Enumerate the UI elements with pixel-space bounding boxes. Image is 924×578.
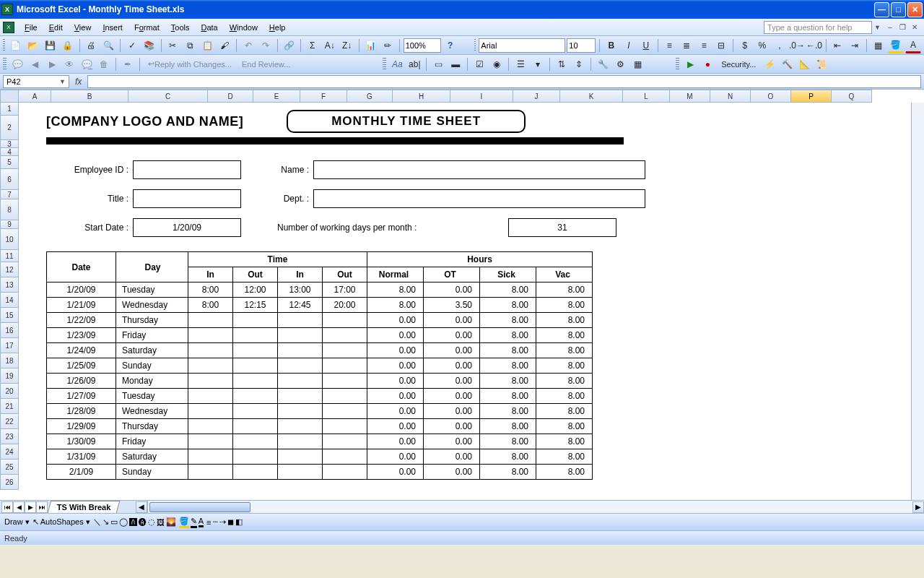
cell[interactable]: 1/21/09 <box>47 298 116 313</box>
line-color-icon[interactable]: ✎ <box>191 517 197 528</box>
redo-icon[interactable]: ↷ <box>258 38 274 53</box>
cell[interactable] <box>323 313 367 328</box>
row-header-10[interactable]: 10 <box>0 229 19 250</box>
rectangle-icon[interactable]: ▭ <box>110 517 118 527</box>
cell[interactable] <box>188 328 233 343</box>
show-all-comments-icon[interactable]: 💬̲ <box>79 56 95 72</box>
cell[interactable]: 1/26/09 <box>47 374 116 389</box>
cell[interactable]: 17:00 <box>323 282 367 298</box>
cell[interactable]: 8:00 <box>188 282 233 298</box>
cell[interactable] <box>278 313 323 328</box>
row-header-18[interactable]: 18 <box>0 353 19 368</box>
cell[interactable] <box>233 313 278 328</box>
sheet-tab-active[interactable]: TS With Break <box>48 501 121 513</box>
cell[interactable]: 0.00 <box>424 434 480 449</box>
bold-icon[interactable]: B <box>603 38 619 53</box>
save-icon[interactable]: 💾 <box>43 38 58 53</box>
cell[interactable]: 0.00 <box>424 465 480 480</box>
scrollbar-control-icon[interactable]: ⇅ <box>554 56 570 72</box>
cell[interactable]: Monday <box>116 374 188 389</box>
cell[interactable] <box>188 389 233 404</box>
prev-comment-icon[interactable]: ◀ <box>27 56 43 72</box>
title-field[interactable] <box>133 189 241 208</box>
workdays-field[interactable]: 31 <box>508 218 616 237</box>
row-header-6[interactable]: 6 <box>0 169 19 190</box>
row-header-17[interactable]: 17 <box>0 338 19 353</box>
col-header-J[interactable]: J <box>513 90 560 103</box>
table-row[interactable]: 1/25/09Sunday0.000.008.008.00 <box>47 358 593 374</box>
col-ot[interactable]: OT <box>424 267 480 282</box>
cell[interactable]: 8.00 <box>536 343 593 358</box>
toggle-grid-icon[interactable]: ▦ <box>629 56 645 72</box>
table-row[interactable]: 1/27/09Tuesday0.000.008.008.00 <box>47 389 593 404</box>
row-header-15[interactable]: 15 <box>0 308 19 323</box>
row-header-12[interactable]: 12 <box>0 262 19 277</box>
3d-icon[interactable]: ◧ <box>235 517 243 527</box>
cell[interactable] <box>323 343 367 358</box>
row-header-21[interactable]: 21 <box>0 399 19 414</box>
cell[interactable] <box>278 328 323 343</box>
cell[interactable]: 8.00 <box>536 465 593 480</box>
cell[interactable] <box>233 389 278 404</box>
button-control-icon[interactable]: ▬ <box>448 56 463 72</box>
row-header-26[interactable]: 26 <box>0 475 19 490</box>
picture-icon[interactable]: 🌄 <box>166 517 176 527</box>
cell[interactable]: 0.00 <box>424 313 480 328</box>
combobox-control-icon[interactable]: ▾ <box>530 56 546 72</box>
cell[interactable] <box>278 404 323 419</box>
end-review-button[interactable]: End Review... <box>237 56 295 72</box>
table-row[interactable]: 1/22/09Thursday0.000.008.008.00 <box>47 313 593 328</box>
row-header-7[interactable]: 7 <box>0 190 19 199</box>
listbox-control-icon[interactable]: ☰ <box>513 56 528 72</box>
table-row[interactable]: 1/23/09Friday0.000.008.008.00 <box>47 328 593 343</box>
cell[interactable] <box>233 328 278 343</box>
cell[interactable]: Wednesday <box>116 404 188 419</box>
cell[interactable]: Tuesday <box>116 282 188 298</box>
cell[interactable]: 8.00 <box>536 404 593 419</box>
close-button[interactable]: ✕ <box>907 2 923 17</box>
cell[interactable]: 1/30/09 <box>47 434 116 449</box>
cell[interactable] <box>323 404 367 419</box>
autosum-icon[interactable]: Σ <box>305 38 321 53</box>
cell[interactable]: 0.00 <box>424 374 480 389</box>
start-date-field[interactable]: 1/20/09 <box>133 218 241 237</box>
cell[interactable]: 8.00 <box>480 343 536 358</box>
zoom-combo[interactable] <box>404 38 441 53</box>
textbox-icon[interactable]: ab| <box>406 56 422 72</box>
col-header-P[interactable]: P <box>791 90 832 103</box>
textbox-icon[interactable]: 🅰 <box>129 518 137 527</box>
cell[interactable]: 0.00 <box>424 389 480 404</box>
cell[interactable]: 8.00 <box>536 358 593 374</box>
col-date[interactable]: Date <box>47 252 116 282</box>
cell[interactable]: Wednesday <box>116 298 188 313</box>
cell[interactable]: 0.00 <box>367 419 424 434</box>
cell[interactable] <box>278 465 323 480</box>
menu-view[interactable]: View <box>69 21 97 34</box>
cell[interactable]: 12:45 <box>278 298 323 313</box>
name-field[interactable] <box>313 160 645 179</box>
cell[interactable]: 1/20/09 <box>47 282 116 298</box>
cell[interactable]: 8.00 <box>480 282 536 298</box>
cell[interactable] <box>278 449 323 465</box>
toolbar-grip[interactable] <box>3 39 5 52</box>
cell[interactable]: 8.00 <box>536 419 593 434</box>
dept-field[interactable] <box>313 189 645 208</box>
col-vac[interactable]: Vac <box>536 267 593 282</box>
table-row[interactable]: 1/28/09Wednesday0.000.008.008.00 <box>47 404 593 419</box>
table-row[interactable]: 1/29/09Thursday0.000.008.008.00 <box>47 419 593 434</box>
cell[interactable]: 8.00 <box>480 419 536 434</box>
code-icon[interactable]: ⚙ <box>612 56 628 72</box>
cell[interactable]: 0.00 <box>424 358 480 374</box>
new-comment-icon[interactable]: 💬 <box>9 56 25 72</box>
arrow-style-icon[interactable]: ⇢ <box>219 517 226 527</box>
cell[interactable] <box>278 419 323 434</box>
cell[interactable]: 8.00 <box>480 389 536 404</box>
employee-id-field[interactable] <box>133 160 241 179</box>
table-row[interactable]: 1/24/09Saturday0.000.008.008.00 <box>47 343 593 358</box>
font-color-icon[interactable]: A <box>905 38 921 53</box>
col-normal[interactable]: Normal <box>367 267 424 282</box>
cell[interactable]: 0.00 <box>367 374 424 389</box>
cell[interactable]: Saturday <box>116 343 188 358</box>
checkbox-control-icon[interactable]: ☑ <box>471 56 487 72</box>
app-icon[interactable]: X <box>3 22 14 33</box>
